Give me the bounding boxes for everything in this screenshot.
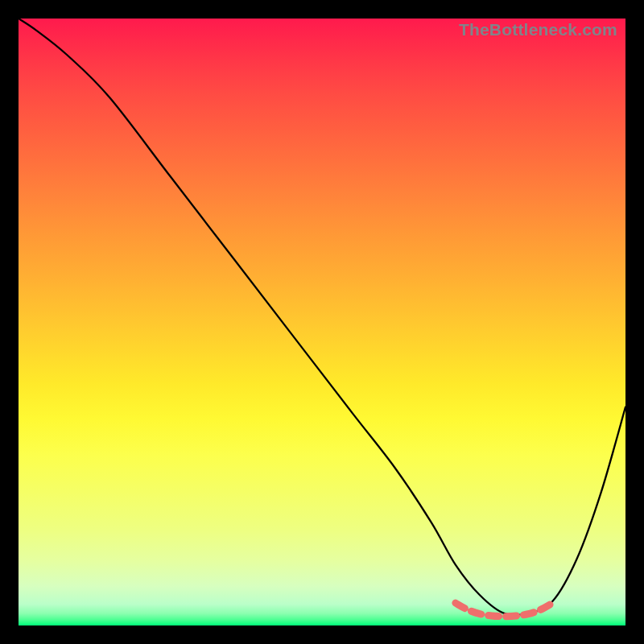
curve-svg (19, 19, 625, 625)
optimal-range-highlight (456, 603, 553, 617)
chart-container: TheBottleneck.com (0, 0, 644, 644)
plot-area: TheBottleneck.com (19, 19, 625, 625)
bottleneck-curve (19, 19, 625, 615)
